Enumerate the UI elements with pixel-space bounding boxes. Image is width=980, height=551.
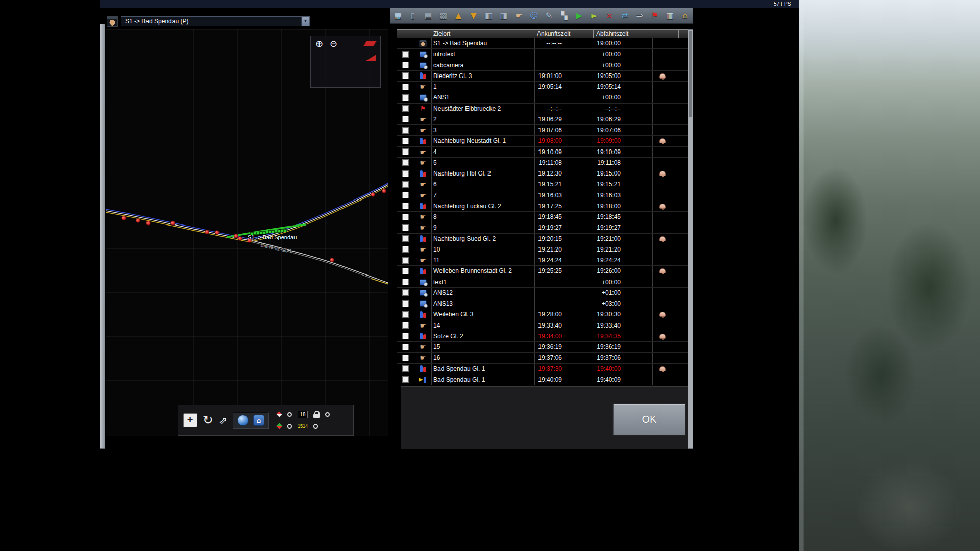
timetable-row[interactable]: ☛419:10:0919:10:09 (397, 147, 688, 158)
split-after-icon[interactable]: ◨ (499, 9, 509, 22)
timetable-row[interactable]: Biederitz Gl. 319:01:0019:05:00 (397, 71, 688, 82)
row-checkbox[interactable] (402, 138, 409, 144)
waypoint-dot[interactable] (136, 218, 140, 223)
row-checkbox[interactable] (402, 365, 409, 372)
row-checkbox[interactable] (402, 159, 409, 166)
timetable-row[interactable]: Nachteburg Hbf Gl. 219:12:3019:15:00 (397, 168, 688, 179)
timetable-row[interactable]: Nachteburg Neustadt Gl. 119:08:0019:09:0… (397, 136, 688, 146)
row-checkbox[interactable] (402, 333, 409, 339)
delete-service-icon[interactable]: × (604, 9, 615, 22)
map-panel[interactable]: S1 -> Bad Spendau Biederitz Gl. 1 (106, 29, 388, 436)
timetable-row[interactable]: ☛1519:36:1919:36:19 (397, 342, 688, 353)
lower-terrain-icon[interactable]: ▼ (469, 9, 479, 22)
home-icon[interactable]: ⌂ (253, 415, 264, 426)
row-checkbox[interactable] (402, 72, 409, 79)
row-checkbox[interactable] (402, 62, 409, 68)
row-checkbox[interactable] (402, 246, 409, 253)
timetable-row[interactable]: ⚑Neustädter Elbbruecke 2--:--:----:--:-- (397, 104, 688, 114)
timetable-row[interactable]: Nachteburg Sued Gl. 219:20:1519:21:00 (397, 234, 688, 244)
waypoint-dot[interactable] (382, 189, 386, 193)
timetable-row[interactable]: Weileben-Brunnenstadt Gl. 219:25:2519:26… (397, 266, 688, 277)
timetable-row[interactable]: cabcamera+00:00 (397, 60, 688, 71)
timetable-row[interactable]: ☛719:16:0319:16:03 (397, 190, 688, 201)
snap-radio-3[interactable] (287, 424, 292, 429)
slope-tool-icon[interactable] (366, 55, 376, 61)
timetable-row[interactable]: Nachteburg Luckau Gl. 219:17:2519:18:00 (397, 201, 688, 212)
depot-icon[interactable]: ⌂ (680, 9, 690, 22)
row-checkbox[interactable] (402, 148, 409, 155)
timetable-row[interactable]: ☛619:15:2119:15:21 (397, 179, 688, 190)
timetable-row[interactable]: Solze Gl. 219:34:0019:34:35 (397, 331, 688, 342)
timetable-scrollbar[interactable] (688, 29, 693, 449)
timetable-row[interactable]: ☛319:07:0619:07:06 (397, 125, 688, 136)
row-checkbox[interactable] (402, 116, 409, 122)
row-checkbox[interactable] (402, 376, 409, 383)
row-checkbox[interactable] (402, 192, 409, 198)
row-checkbox[interactable] (402, 203, 409, 209)
row-checkbox[interactable] (402, 224, 409, 231)
row-checkbox[interactable] (402, 235, 409, 242)
add-service-icon[interactable]: ▶ (574, 9, 584, 22)
timetable-row[interactable]: Bad Spendau Gl. 119:37:3019:40:00 (397, 364, 688, 374)
timetable-row[interactable]: ☛119:05:1419:05:14 (397, 82, 688, 92)
timetable-row[interactable]: ☛819:18:4519:18:45 (397, 212, 688, 222)
timetable-row[interactable]: ANS1+00:00 (397, 92, 688, 103)
waypoint-dot[interactable] (170, 221, 175, 226)
zoom-in-icon[interactable]: ⊕ (315, 38, 323, 49)
waypoint-dot[interactable] (238, 236, 242, 241)
reverse-icon[interactable]: ⇄ (620, 9, 630, 22)
timetable-row[interactable]: ☛219:06:2919:06:29 (397, 114, 688, 125)
header-abfahrtszeit[interactable]: Abfahrtszeit (594, 30, 652, 38)
timetable-row[interactable]: Bad Spendau Gl. 119:40:0919:40:09 (397, 374, 688, 385)
timetable-row[interactable]: ☛919:19:2719:19:27 (397, 222, 688, 233)
counter-icon[interactable]: ▥ (665, 9, 675, 22)
row-checkbox[interactable] (402, 94, 409, 101)
grid-large-icon[interactable]: ▩ (438, 9, 449, 22)
timetable-row[interactable]: Weileben Gl. 319:28:0019:30:30 (397, 309, 688, 320)
scrollbar-thumb[interactable] (689, 31, 692, 117)
row-checkbox[interactable] (402, 289, 409, 296)
add-waypoint-icon[interactable]: ► (590, 9, 600, 22)
row-checkbox[interactable] (402, 268, 409, 274)
flag-icon[interactable]: ⚑ (650, 9, 660, 22)
snap-radio-1[interactable] (287, 412, 292, 417)
row-checkbox[interactable] (402, 105, 409, 112)
delete-icon[interactable]: ▯ (408, 9, 419, 22)
row-checkbox[interactable] (402, 322, 409, 329)
gradient-value[interactable]: 1514 (298, 423, 308, 429)
row-checkbox[interactable] (402, 181, 409, 188)
exit-icon[interactable]: ⇒ (635, 9, 645, 22)
split-before-icon[interactable]: ◧ (484, 9, 494, 22)
grid-small-icon[interactable]: ▤ (423, 9, 433, 22)
row-checkbox[interactable] (402, 311, 409, 318)
timetable-row[interactable]: S1 -> Bad Spendau--:--:--19:00:00 (397, 38, 688, 49)
header-zielort[interactable]: Zielort (431, 30, 534, 38)
waypoint-dot[interactable] (215, 230, 219, 235)
row-checkbox[interactable] (402, 170, 409, 177)
signature-icon[interactable]: ✎ (544, 9, 554, 22)
rotate-icon[interactable]: ↻ (203, 413, 213, 427)
dropdown-arrow-icon[interactable]: ▼ (301, 17, 309, 26)
row-checkbox[interactable] (402, 355, 409, 361)
waypoint-dot[interactable] (371, 192, 375, 197)
select-pointer-icon[interactable]: ☛ (514, 9, 524, 22)
row-checkbox[interactable] (402, 279, 409, 285)
timetable-row[interactable]: ☛1119:24:2419:24:24 (397, 255, 688, 266)
timetable-row[interactable]: introtext+00:00 (397, 49, 688, 60)
checkpoint-icon[interactable]: ▚ (559, 9, 570, 22)
header-ankunftszeit[interactable]: Ankunftszeit (534, 30, 594, 38)
row-checkbox[interactable] (402, 344, 409, 350)
waypoint-dot[interactable] (146, 221, 151, 226)
timetable-row[interactable]: ANS12+01:00 (397, 288, 688, 298)
polygon-tool-icon[interactable] (363, 41, 377, 46)
snap-radio-4[interactable] (313, 424, 318, 429)
row-checkbox[interactable] (402, 257, 409, 264)
snap-radio-2[interactable] (325, 412, 330, 417)
save-icon[interactable]: ▦ (393, 9, 403, 22)
snap-angle-value[interactable]: 18 (298, 411, 308, 418)
timetable-row[interactable]: ☛519:11:0819:11:08 (397, 158, 688, 168)
translate-icon[interactable]: ⇗ (219, 415, 227, 426)
timetable-row[interactable]: ☛1019:21:2019:21:20 (397, 244, 688, 255)
timetable-row[interactable]: ANS13+03:00 (397, 298, 688, 309)
row-checkbox[interactable] (402, 214, 409, 220)
